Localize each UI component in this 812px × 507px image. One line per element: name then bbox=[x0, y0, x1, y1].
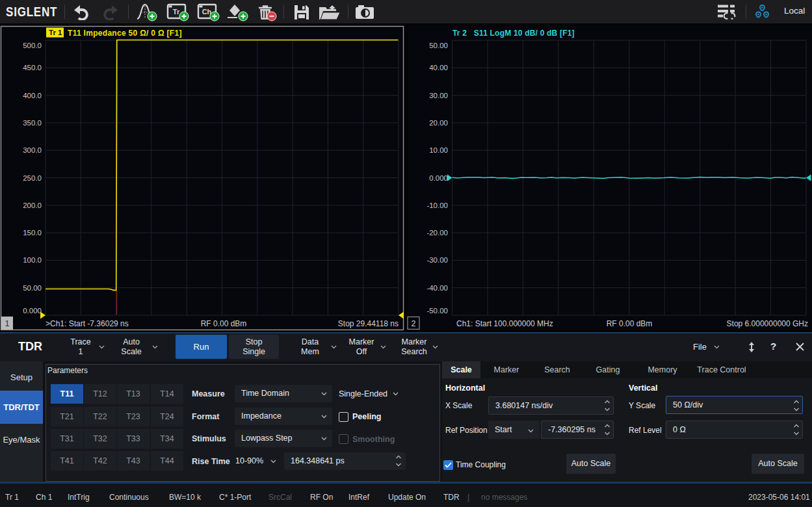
svg-text:0.000: 0.000 bbox=[429, 174, 448, 182]
svg-text:-20.00: -20.00 bbox=[426, 229, 448, 237]
svg-text:>Ch1: Start -7.36029 ns: >Ch1: Start -7.36029 ns bbox=[46, 319, 129, 328]
svg-text:Stop 6.000000000 GHz: Stop 6.000000000 GHz bbox=[727, 319, 808, 328]
svg-text:-30.00: -30.00 bbox=[426, 256, 448, 264]
svg-text:RF 0.00 dBm: RF 0.00 dBm bbox=[201, 319, 247, 328]
svg-text:Tr 1: Tr 1 bbox=[49, 29, 62, 36]
svg-text:Tr 2 S11 LogM 10 dB/ 0 dB [F: Tr 2 S11 LogM 10 dB/ 0 dB [F1] bbox=[452, 29, 575, 38]
svg-text:Stop 29.44118 ns: Stop 29.44118 ns bbox=[338, 319, 399, 328]
svg-text:1: 1 bbox=[5, 319, 10, 328]
svg-text:10.00: 10.00 bbox=[429, 146, 448, 154]
svg-text:250.0: 250.0 bbox=[23, 174, 42, 182]
svg-text:50.00: 50.00 bbox=[23, 284, 42, 292]
svg-text:0.000: 0.000 bbox=[23, 307, 42, 315]
svg-text:350.0: 350.0 bbox=[23, 119, 42, 127]
svg-text:150.0: 150.0 bbox=[23, 229, 42, 237]
svg-text:T11 Impedance 50 Ω/ 0 Ω [F1]: T11 Impedance 50 Ω/ 0 Ω [F1] bbox=[68, 29, 182, 38]
svg-text:500.0: 500.0 bbox=[23, 42, 42, 49]
svg-text:-10.00: -10.00 bbox=[426, 202, 448, 209]
svg-text:450.0: 450.0 bbox=[23, 64, 42, 72]
svg-text:100.0: 100.0 bbox=[23, 256, 42, 264]
svg-text:RF 0.00 dBm: RF 0.00 dBm bbox=[607, 319, 653, 328]
svg-text:40.00: 40.00 bbox=[429, 64, 448, 72]
svg-text:-50.00: -50.00 bbox=[426, 307, 448, 315]
svg-text:30.00: 30.00 bbox=[429, 92, 448, 99]
svg-text:20.00: 20.00 bbox=[429, 119, 448, 127]
svg-text:2: 2 bbox=[412, 319, 416, 328]
svg-text:Tr: Tr bbox=[173, 8, 180, 16]
svg-text:50.00: 50.00 bbox=[429, 42, 448, 49]
svg-text:-40.00: -40.00 bbox=[426, 284, 448, 292]
svg-text:300.0: 300.0 bbox=[23, 146, 42, 154]
svg-text:Ch1: Start 100.000000 MHz: Ch1: Start 100.000000 MHz bbox=[456, 319, 553, 328]
svg-text:400.0: 400.0 bbox=[23, 92, 42, 99]
svg-text:200.0: 200.0 bbox=[23, 202, 42, 209]
